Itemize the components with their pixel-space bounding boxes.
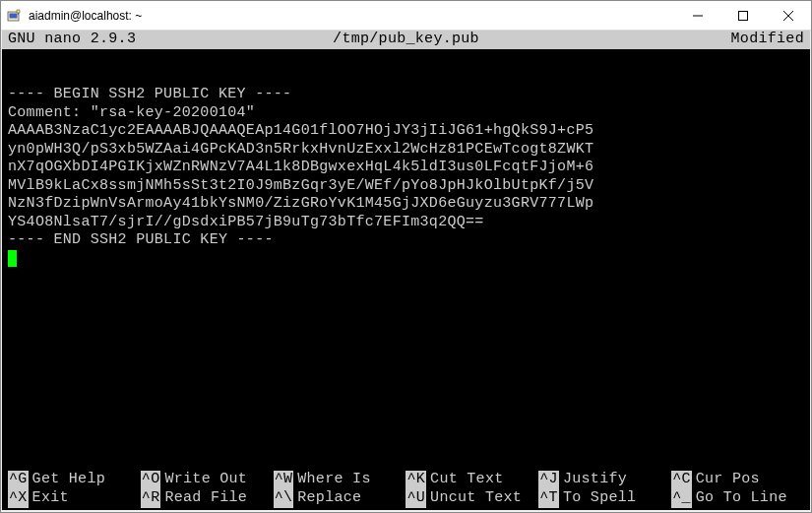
- content-line: ---- BEGIN SSH2 PUBLIC KEY ----: [8, 86, 291, 102]
- content-line: YS4O8NlsaT7/sjrI//gDsdxiPB57jB9uTg73bTfc…: [8, 214, 484, 230]
- content-line: NzN3fDzipWnVsArmoAy41bkYsNM0/ZizGRoYvK1M…: [8, 195, 593, 212]
- file-content: ---- BEGIN SSH2 PUBLIC KEY ---- Comment:…: [2, 68, 810, 269]
- shortcut-replace[interactable]: ^\Replace: [274, 489, 406, 508]
- nano-header: GNU nano 2.9.3 /tmp/pub_key.pub Modified: [2, 31, 810, 49]
- maximize-button[interactable]: [720, 1, 766, 30]
- shortcut-justify[interactable]: ^JJustify: [538, 471, 671, 489]
- cursor: [8, 250, 17, 267]
- shortcut-exit[interactable]: ^XExit: [8, 489, 141, 508]
- shortcut-uncut-text[interactable]: ^UUncut Text: [406, 489, 538, 508]
- shortcut-where-is[interactable]: ^WWhere Is: [274, 471, 406, 489]
- content-line: yn0pWH3Q/pS3xb5WZAai4GPcKAD3n5RrkxHvnUzE…: [8, 141, 593, 158]
- minimize-button[interactable]: [675, 1, 720, 30]
- svg-rect-2: [17, 10, 20, 13]
- nano-filename: /tmp/pub_key.pub: [271, 31, 541, 49]
- content-line: Comment: "rsa-key-20200104": [8, 104, 255, 121]
- window-controls: [675, 1, 811, 30]
- footer-row-1: ^GGet Help ^OWrite Out ^WWhere Is ^KCut …: [8, 471, 804, 489]
- window-titlebar: aiadmin@localhost: ~: [1, 1, 811, 31]
- shortcut-get-help[interactable]: ^GGet Help: [8, 471, 141, 489]
- shortcut-go-to-line[interactable]: ^_Go To Line: [671, 489, 804, 508]
- shortcut-to-spell[interactable]: ^TTo Spell: [538, 489, 671, 508]
- svg-rect-1: [10, 13, 18, 18]
- putty-icon: [7, 8, 23, 24]
- nano-footer: ^GGet Help ^OWrite Out ^WWhere Is ^KCut …: [2, 471, 810, 508]
- close-button[interactable]: [766, 1, 811, 30]
- shortcut-read-file[interactable]: ^RRead File: [141, 489, 274, 508]
- content-line: AAAAB3NzaC1yc2EAAAABJQAAAQEAp14G01flOO7H…: [8, 122, 593, 139]
- footer-row-2: ^XExit ^RRead File ^\Replace ^UUncut Tex…: [8, 489, 804, 508]
- shortcut-cur-pos[interactable]: ^CCur Pos: [671, 471, 804, 489]
- content-line: MVlB9kLaCx8ssmjNMh5sSt3t2I0J9mBzGqr3yE/W…: [8, 177, 593, 194]
- nano-status: Modified: [541, 31, 804, 49]
- terminal[interactable]: GNU nano 2.9.3 /tmp/pub_key.pub Modified…: [2, 31, 810, 510]
- svg-rect-5: [739, 11, 748, 20]
- nano-version: GNU nano 2.9.3: [8, 31, 271, 49]
- content-line: ---- END SSH2 PUBLIC KEY ----: [8, 231, 274, 248]
- shortcut-write-out[interactable]: ^OWrite Out: [141, 471, 274, 489]
- shortcut-cut-text[interactable]: ^KCut Text: [406, 471, 538, 489]
- window-title: aiadmin@localhost: ~: [29, 9, 675, 23]
- content-line: nX7qOGXbDI4PGIKjxWZnRWNzV7A4L1k8DBgwxexH…: [8, 159, 593, 175]
